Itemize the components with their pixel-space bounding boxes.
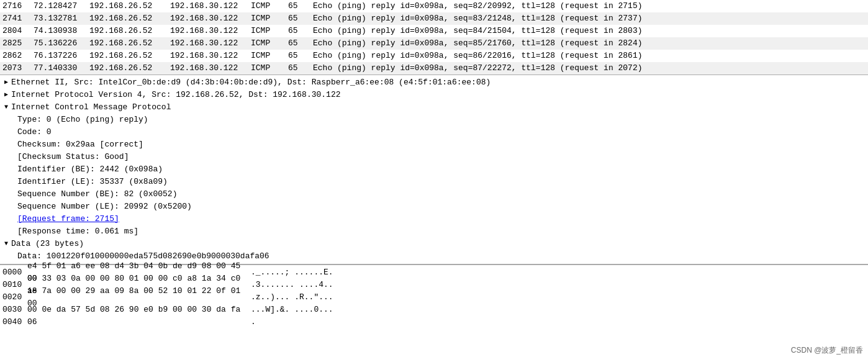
hex-offset: 0000 [2, 266, 27, 279]
hex-row: 0040 06 . [0, 316, 868, 328]
table-row[interactable]: 2825 75.136226 192.168.26.52 192.168.30.… [0, 37, 868, 50]
pkt-info: Echo (ping) reply id=0x098a, seq=82/2099… [310, 0, 868, 12]
icmp-field-row: Checksum: 0x29aa [correct] [0, 138, 868, 151]
pkt-len: 65 [286, 12, 310, 25]
icmp-field-label: Type: 0 (Echo (ping) reply) [17, 114, 148, 126]
pkt-proto: ICMP [248, 12, 286, 25]
pkt-info: Echo (ping) reply id=0x098a, seq=85/2176… [310, 37, 868, 50]
icmp-field-row: Sequence Number (BE): 82 (0x0052) [0, 188, 868, 201]
icmp-field-label: Checksum: 0x29aa [correct] [17, 138, 143, 151]
hex-ascii: . [251, 316, 256, 328]
table-row[interactable]: 2716 72.128427 192.168.26.52 192.168.30.… [0, 0, 868, 12]
icmp-field-row: [Response time: 0.061 ms] [0, 225, 868, 238]
pkt-dst: 192.168.30.122 [168, 62, 248, 75]
pkt-dst: 192.168.30.122 [168, 0, 248, 12]
pkt-len: 65 [286, 0, 310, 12]
pkt-time: 74.130938 [31, 25, 87, 37]
pkt-no: 2741 [0, 12, 31, 25]
pkt-src: 192.168.26.52 [87, 25, 168, 37]
detail-pane: Ethernet II, Src: IntelCor_0b:de:d9 (d4:… [0, 75, 868, 264]
hex-ascii: .3....... ....4.. [251, 279, 333, 291]
pkt-no: 2825 [0, 37, 31, 50]
icmp-field-label: Sequence Number (LE): 20992 (0x5200) [17, 201, 192, 213]
request-frame-link[interactable]: [Request frame: 2715] [17, 213, 119, 225]
pkt-src: 192.168.26.52 [87, 12, 168, 25]
pkt-no: 2073 [0, 62, 31, 75]
icmp-field-label: [Response time: 0.061 ms] [17, 225, 138, 238]
pkt-time: 73.132781 [31, 12, 87, 25]
pkt-proto: ICMP [248, 0, 286, 12]
pkt-proto: ICMP [248, 50, 286, 62]
hex-rows: 0000 e4 5f 01 a6 ee 08 d4 3b 04 0b de d9… [0, 266, 868, 328]
icmp-field-row: Identifier (LE): 35337 (0x8a09) [0, 176, 868, 188]
packet-list: 2716 72.128427 192.168.26.52 192.168.30.… [0, 0, 868, 75]
pkt-len: 65 [286, 50, 310, 62]
pkt-dst: 192.168.30.122 [168, 25, 248, 37]
icmp-field-label: Identifier (BE): 2442 (0x098a) [17, 163, 163, 176]
pkt-len: 65 [286, 37, 310, 50]
pkt-dst: 192.168.30.122 [168, 37, 248, 50]
icmp-field-label: Identifier (LE): 35337 (0x8a09) [17, 176, 168, 188]
pkt-src: 192.168.26.52 [87, 0, 168, 12]
data-expand-icon[interactable] [2, 238, 10, 250]
table-row[interactable]: 2073 77.140330 192.168.26.52 192.168.30.… [0, 62, 868, 75]
icmp-field-row: [Request frame: 2715] [0, 213, 868, 225]
hex-ascii: ...W].&. ....0... [251, 304, 333, 316]
packet-table: 2716 72.128427 192.168.26.52 192.168.30.… [0, 0, 868, 75]
hex-pane: 0000 e4 5f 01 a6 ee 08 d4 3b 04 0b de d9… [0, 264, 868, 330]
icmp-expand-icon[interactable] [2, 101, 10, 114]
pkt-len: 65 [286, 62, 310, 75]
ip-label: Internet Protocol Version 4, Src: 192.16… [11, 89, 341, 101]
pkt-dst: 192.168.30.122 [168, 12, 248, 25]
table-row[interactable]: 2804 74.130938 192.168.26.52 192.168.30.… [0, 25, 868, 37]
pkt-proto: ICMP [248, 37, 286, 50]
icmp-field-label: Sequence Number (BE): 82 (0x0052) [17, 188, 177, 201]
icmp-field-row: Sequence Number (LE): 20992 (0x5200) [0, 201, 868, 213]
pkt-src: 192.168.26.52 [87, 37, 168, 50]
icmp-field-row: Identifier (BE): 2442 (0x098a) [0, 163, 868, 176]
pkt-time: 76.137226 [31, 50, 87, 62]
data-header-label: Data (23 bytes) [11, 238, 84, 250]
pkt-proto: ICMP [248, 62, 286, 75]
icmp-fields: Type: 0 (Echo (ping) reply)Code: 0Checks… [0, 114, 868, 238]
hex-ascii: ._.....; ......E. [251, 266, 333, 279]
pkt-src: 192.168.26.52 [87, 62, 168, 75]
icmp-field-row: [Checksum Status: Good] [0, 151, 868, 163]
pkt-info: Echo (ping) reply id=0x098a, seq=87/2227… [310, 62, 868, 75]
pkt-time: 77.140330 [31, 62, 87, 75]
hex-offset: 0020 [2, 291, 27, 304]
pkt-proto: ICMP [248, 25, 286, 37]
data-row[interactable]: Data (23 bytes) [0, 238, 868, 250]
hex-offset: 0010 [2, 279, 27, 291]
ethernet-row[interactable]: Ethernet II, Src: IntelCor_0b:de:d9 (d4:… [0, 76, 868, 89]
hex-bytes: 06 [27, 316, 251, 328]
hex-row: 0030 00 0e da 57 5d 08 26 90 e0 b9 00 00… [0, 304, 868, 316]
hex-offset: 0030 [2, 304, 27, 316]
hex-offset: 0040 [2, 316, 27, 328]
pkt-no: 2804 [0, 25, 31, 37]
icmp-label: Internet Control Message Protocol [11, 101, 171, 114]
hex-row: 0020 1e 7a 00 00 29 aa 09 8a 00 52 10 01… [0, 291, 868, 304]
ip-expand-icon[interactable] [2, 89, 10, 101]
hex-bytes: 00 0e da 57 5d 08 26 90 e0 b9 00 00 30 d… [27, 304, 251, 316]
pkt-src: 192.168.26.52 [87, 50, 168, 62]
hex-ascii: .z..)... .R.."... [251, 291, 333, 304]
pkt-info: Echo (ping) reply id=0x098a, seq=83/2124… [310, 12, 868, 25]
pkt-time: 75.136226 [31, 37, 87, 50]
ethernet-label: Ethernet II, Src: IntelCor_0b:de:d9 (d4:… [11, 76, 491, 89]
table-row[interactable]: 2862 76.137226 192.168.26.52 192.168.30.… [0, 50, 868, 62]
ip-row[interactable]: Internet Protocol Version 4, Src: 192.16… [0, 89, 868, 101]
icmp-row[interactable]: Internet Control Message Protocol [0, 101, 868, 114]
pkt-time: 72.128427 [31, 0, 87, 12]
icmp-field-label: [Checksum Status: Good] [17, 151, 129, 163]
icmp-field-label: Code: 0 [17, 126, 52, 138]
watermark: CSDN @波萝_橙留香 [786, 344, 868, 357]
icmp-field-row: Type: 0 (Echo (ping) reply) [0, 114, 868, 126]
pkt-no: 2716 [0, 0, 31, 12]
pkt-info: Echo (ping) reply id=0x098a, seq=84/2150… [310, 25, 868, 37]
table-row[interactable]: 2741 73.132781 192.168.26.52 192.168.30.… [0, 12, 868, 25]
pkt-dst: 192.168.30.122 [168, 50, 248, 62]
pkt-info: Echo (ping) reply id=0x098a, seq=86/2201… [310, 50, 868, 62]
icmp-field-row: Code: 0 [0, 126, 868, 138]
ethernet-expand-icon[interactable] [2, 76, 10, 89]
